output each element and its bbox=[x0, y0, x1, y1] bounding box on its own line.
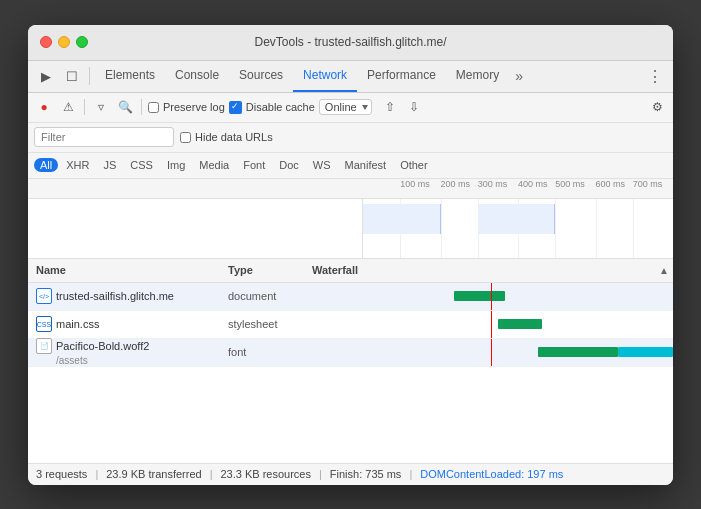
timeline-block-2 bbox=[478, 204, 556, 234]
upload-icon[interactable]: ⇧ bbox=[380, 97, 400, 117]
type-btn-doc[interactable]: Doc bbox=[273, 158, 305, 172]
devtools-window: DevTools - trusted-sailfish.glitch.me/ ▶… bbox=[28, 25, 673, 485]
req-waterfall-2 bbox=[308, 311, 673, 338]
filter-icon[interactable]: ▿ bbox=[91, 97, 111, 117]
tick-200ms: 200 ms bbox=[441, 179, 471, 189]
preserve-log-label[interactable]: Preserve log bbox=[148, 101, 225, 113]
req-name-text-1: trusted-sailfish.glitch.me bbox=[56, 290, 174, 302]
tick-300ms: 300 ms bbox=[478, 179, 508, 189]
type-btn-other[interactable]: Other bbox=[394, 158, 434, 172]
tab-performance[interactable]: Performance bbox=[357, 61, 446, 92]
req-name-text-3: Pacifico-Bold.woff2 bbox=[56, 340, 149, 352]
type-btn-xhr[interactable]: XHR bbox=[60, 158, 95, 172]
titlebar: DevTools - trusted-sailfish.glitch.me/ bbox=[28, 25, 673, 61]
type-btn-ws[interactable]: WS bbox=[307, 158, 337, 172]
req-type-1: document bbox=[228, 290, 308, 302]
settings-icon[interactable]: ⚙ bbox=[647, 97, 667, 117]
tab-network[interactable]: Network bbox=[293, 61, 357, 92]
type-btn-css[interactable]: CSS bbox=[124, 158, 159, 172]
requests-count: 3 requests bbox=[36, 468, 87, 480]
waterfall-bar-3a bbox=[538, 347, 618, 357]
throttle-select[interactable]: Online bbox=[319, 99, 372, 115]
type-filter-bar: All XHR JS CSS Img Media Font Doc WS Man… bbox=[28, 153, 673, 179]
gridline-6 bbox=[596, 199, 597, 258]
traffic-lights bbox=[40, 36, 88, 48]
red-line-1 bbox=[491, 283, 492, 310]
waterfall-bar-1 bbox=[454, 291, 505, 301]
search-icon[interactable]: 🔍 bbox=[115, 97, 135, 117]
cursor-icon[interactable]: ▶ bbox=[34, 64, 58, 88]
resources-size: 23.3 KB resources bbox=[220, 468, 311, 480]
table-row[interactable]: </> trusted-sailfish.glitch.me document bbox=[28, 283, 673, 311]
preserve-log-text: Preserve log bbox=[163, 101, 225, 113]
disable-cache-label[interactable]: Disable cache bbox=[229, 101, 315, 114]
disable-cache-checkbox[interactable] bbox=[229, 101, 242, 114]
clear-button[interactable]: ⚠ bbox=[58, 97, 78, 117]
record-button[interactable]: ● bbox=[34, 97, 54, 117]
filter-input[interactable] bbox=[34, 127, 174, 147]
type-btn-font[interactable]: Font bbox=[237, 158, 271, 172]
tick-400ms: 400 ms bbox=[518, 179, 548, 189]
network-toolbar: ● ⚠ ▿ 🔍 Preserve log Disable cache Onlin… bbox=[28, 93, 673, 123]
type-btn-manifest[interactable]: Manifest bbox=[339, 158, 393, 172]
req-name-1: </> trusted-sailfish.glitch.me bbox=[28, 288, 228, 304]
tab-console[interactable]: Console bbox=[165, 61, 229, 92]
timeline-area bbox=[28, 199, 673, 259]
red-line-3 bbox=[491, 339, 492, 366]
close-button[interactable] bbox=[40, 36, 52, 48]
red-line-2 bbox=[491, 311, 492, 338]
timeline-block-1 bbox=[363, 204, 441, 234]
table-row[interactable]: CSS main.css stylesheet bbox=[28, 311, 673, 339]
type-btn-all[interactable]: All bbox=[34, 158, 58, 172]
req-name-3: 📄 Pacifico-Bold.woff2 /assets bbox=[28, 338, 228, 366]
col-waterfall-label: Waterfall bbox=[312, 264, 358, 276]
col-header-waterfall[interactable]: Waterfall ▲ bbox=[308, 264, 673, 276]
tabs-container: Elements Console Sources Network Perform… bbox=[95, 61, 641, 92]
css-icon: CSS bbox=[36, 316, 52, 332]
sort-arrow-icon: ▲ bbox=[659, 265, 669, 276]
tab-sources[interactable]: Sources bbox=[229, 61, 293, 92]
transferred-size: 23.9 KB transferred bbox=[106, 468, 201, 480]
sep-status-3: | bbox=[319, 468, 322, 480]
gridline-7 bbox=[633, 199, 634, 258]
type-btn-media[interactable]: Media bbox=[193, 158, 235, 172]
col-header-type[interactable]: Type bbox=[228, 264, 308, 276]
tab-elements[interactable]: Elements bbox=[95, 61, 165, 92]
inspect-icon[interactable]: ☐ bbox=[60, 64, 84, 88]
req-type-2: stylesheet bbox=[228, 318, 308, 330]
sep-status-1: | bbox=[95, 468, 98, 480]
hide-data-urls-checkbox[interactable] bbox=[180, 132, 191, 143]
tick-700ms: 700 ms bbox=[633, 179, 663, 189]
gridline-5 bbox=[555, 199, 556, 258]
finish-time: Finish: 735 ms bbox=[330, 468, 402, 480]
requests-area: </> trusted-sailfish.glitch.me document … bbox=[28, 283, 673, 463]
timeline-chart-area bbox=[363, 199, 673, 258]
menu-button[interactable]: ⋮ bbox=[643, 67, 667, 86]
req-name-2: CSS main.css bbox=[28, 316, 228, 332]
window-title: DevTools - trusted-sailfish.glitch.me/ bbox=[254, 35, 446, 49]
table-row[interactable]: 📄 Pacifico-Bold.woff2 /assets font bbox=[28, 339, 673, 367]
timeline-left-block bbox=[28, 199, 363, 258]
disable-cache-text: Disable cache bbox=[246, 101, 315, 113]
preserve-log-checkbox[interactable] bbox=[148, 102, 159, 113]
sep1 bbox=[84, 99, 85, 115]
maximize-button[interactable] bbox=[76, 36, 88, 48]
tabs-more-button[interactable]: » bbox=[509, 68, 529, 84]
column-headers: Name Type Waterfall ▲ bbox=[28, 259, 673, 283]
waterfall-bar-3b bbox=[618, 347, 673, 357]
sep2 bbox=[141, 99, 142, 115]
toolbar-separator bbox=[89, 67, 90, 85]
download-icon[interactable]: ⇩ bbox=[404, 97, 424, 117]
hide-data-urls-label[interactable]: Hide data URLs bbox=[180, 131, 273, 143]
hide-data-urls-text: Hide data URLs bbox=[195, 131, 273, 143]
col-header-name[interactable]: Name bbox=[28, 264, 228, 276]
type-btn-js[interactable]: JS bbox=[97, 158, 122, 172]
tab-memory[interactable]: Memory bbox=[446, 61, 509, 92]
req-name-text-2: main.css bbox=[56, 318, 99, 330]
req-waterfall-1 bbox=[308, 283, 673, 310]
minimize-button[interactable] bbox=[58, 36, 70, 48]
status-bar: 3 requests | 23.9 KB transferred | 23.3 … bbox=[28, 463, 673, 485]
type-btn-img[interactable]: Img bbox=[161, 158, 191, 172]
tab-bar: ▶ ☐ Elements Console Sources Network Per… bbox=[28, 61, 673, 93]
req-waterfall-3 bbox=[308, 339, 673, 366]
